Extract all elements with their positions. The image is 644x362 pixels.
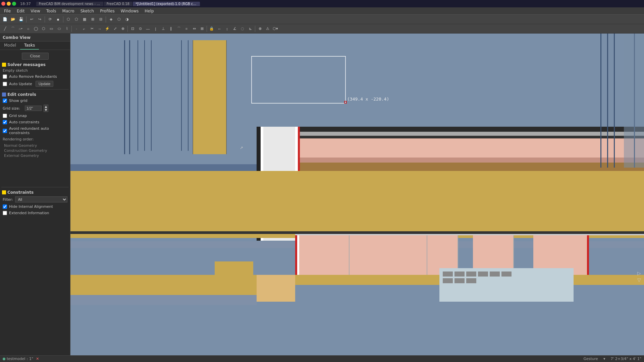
tb-con-hdist[interactable]: ↔ [216, 25, 223, 33]
tb-con-perp[interactable]: ⊥ [160, 25, 167, 33]
grid-size-spinner[interactable]: ▲ ▼ [44, 105, 48, 112]
menu-edit[interactable]: Edit [14, 8, 27, 14]
status-close-icon[interactable]: ✕ [36, 357, 39, 361]
tb-open[interactable]: 📂 [9, 16, 17, 23]
tb-sketch-rect[interactable]: ▭ [48, 25, 55, 33]
tb-ortho[interactable]: ⬡ [65, 16, 72, 23]
tb-sketch-split[interactable]: ⚡ [104, 25, 111, 33]
solver-status: Empty sketch [1, 68, 69, 73]
tb-undo[interactable]: ↩ [28, 16, 35, 23]
rendering-item-normal[interactable]: Normal Geometry [4, 143, 66, 148]
svg-rect-62 [624, 34, 644, 168]
combo-view-header: Combo View [0, 34, 70, 42]
menu-view[interactable]: View [28, 8, 43, 14]
menu-sketch[interactable]: Sketch [78, 8, 97, 14]
tab-freecad-018[interactable]: FreeCAD 0.18 [104, 2, 132, 6]
close-window-button[interactable] [1, 2, 5, 6]
rendering-item-external[interactable]: External Geometry [4, 153, 66, 158]
tb-sketch-point[interactable]: · [73, 25, 80, 33]
menu-help[interactable]: Help [142, 8, 156, 14]
filter-select[interactable]: All [15, 196, 67, 202]
tb-con-v[interactable]: | [152, 25, 159, 33]
tb-con-tangent[interactable]: ⌒ [175, 25, 182, 33]
window-controls[interactable] [1, 2, 16, 6]
tb-sketch-external[interactable]: ⤢ [111, 25, 119, 33]
tb-sketch-bspline[interactable]: ⌇ [63, 25, 70, 33]
menu-macro[interactable]: Macro [59, 8, 77, 14]
tb-toggle-con[interactable]: ⊗ [256, 25, 264, 33]
close-button[interactable]: Close [22, 53, 49, 60]
tb-fit-sel[interactable]: ⊟ [97, 16, 104, 23]
grid-size-row: Grid size: ▲ ▼ [1, 104, 69, 113]
tab-tasks[interactable]: Tasks [20, 42, 39, 50]
tb-sketch-trim[interactable]: ✂ [88, 25, 96, 33]
tb-con-h[interactable]: — [144, 25, 152, 33]
extended-info-checkbox[interactable] [3, 211, 7, 215]
tb-sketch-carbon[interactable]: ⊕ [119, 25, 126, 33]
show-grid-checkbox[interactable] [3, 99, 7, 103]
tb-sketch-circle[interactable]: ○ [24, 25, 32, 33]
auto-constraints-checkbox[interactable] [3, 120, 7, 124]
tb-con-coincident[interactable]: ⊙ [137, 25, 144, 33]
statusbar: testmodel : 1" ✕ Gesture ▾ 7' 2+3/4" x 4… [0, 355, 644, 362]
tb-wireframe[interactable]: ⬡ [115, 16, 123, 23]
tb-tools-menu[interactable]: ⬡▾ [272, 25, 279, 33]
tb-new[interactable]: 📄 [1, 16, 9, 23]
menu-windows[interactable]: Windows [118, 8, 142, 14]
auto-update-checkbox[interactable] [3, 82, 7, 86]
tb-con-radius[interactable]: ◌ [239, 25, 246, 33]
tb-sketch-slot[interactable]: ⬭ [55, 25, 63, 33]
tb-con-equal[interactable]: = [183, 25, 190, 33]
tb-sketch-poly[interactable]: ⬡ [40, 25, 47, 33]
hide-internal-checkbox[interactable] [3, 204, 7, 209]
tb-fit-all[interactable]: ⊞ [89, 16, 96, 23]
status-gesture-label: Gesture [584, 357, 598, 361]
svg-text:▽: ▽ [637, 277, 641, 283]
avoid-redundant-checkbox[interactable] [3, 129, 7, 133]
tb-sketch-arc[interactable]: ⌒ [9, 25, 16, 33]
spinner-down-icon[interactable]: ▼ [45, 108, 47, 112]
tb-refresh[interactable]: ⟳ [46, 16, 54, 23]
auto-remove-checkbox[interactable] [3, 74, 7, 79]
spinner-up-icon[interactable]: ▲ [45, 105, 47, 108]
tb-draw-style[interactable]: ◈ [107, 16, 115, 23]
tb-con-int[interactable]: ⊾ [247, 25, 254, 33]
rendering-item-construction[interactable]: Construction Geometry [4, 148, 66, 153]
minimize-window-button[interactable] [7, 2, 11, 6]
tb-shadow[interactable]: ◑ [123, 16, 131, 23]
tb-sketch-line[interactable]: ╱ [1, 25, 9, 33]
menu-file[interactable]: File [1, 8, 13, 14]
tb-sketch-ellipse[interactable]: ◯ [32, 25, 40, 33]
tb-save[interactable]: 💾 [17, 16, 25, 23]
tb-redo[interactable]: ↪ [36, 16, 43, 23]
tb-redundant[interactable]: ⚠ [264, 25, 271, 33]
tb-con-lock[interactable]: 🔒 [208, 25, 215, 33]
tb-sketch-extend[interactable]: → [96, 25, 103, 33]
tb-stop[interactable]: ■ [54, 16, 62, 23]
tb-con-symmetric[interactable]: ⇔ [191, 25, 198, 33]
tab-freecad-news[interactable]: FreeCAD BIM development news - Dec... [36, 2, 103, 6]
tab-model[interactable]: Model [0, 42, 20, 50]
tb-persp[interactable]: ⬠ [73, 16, 80, 23]
menu-profiles[interactable]: Profiles [97, 8, 117, 14]
tb-sketch-arc2[interactable]: ⌓▾ [17, 25, 24, 33]
update-button[interactable]: Update [36, 81, 53, 87]
tb-sketch-fillet[interactable]: ⌐ [80, 25, 88, 33]
status-unit: 1" [29, 357, 33, 361]
tb-con-fix[interactable]: ⊡ [129, 25, 136, 33]
tab-untitled1[interactable]: *[Untitled1] (exported)-1.0 (RGB colour … [133, 2, 200, 6]
maximize-window-button[interactable] [12, 2, 16, 6]
tb-con-angle[interactable]: ∠ [231, 25, 238, 33]
viewport[interactable]: ▷ ▽ (349.4 x -220.4) ↗ [70, 34, 644, 355]
menu-tools[interactable]: Tools [44, 8, 59, 14]
svg-rect-2 [144, 34, 145, 151]
grid-snap-checkbox[interactable] [3, 114, 7, 118]
tb-sep-2 [45, 16, 45, 22]
solver-messages-header: Solver messages [1, 61, 69, 68]
rendering-order-label: Rendering order: [1, 136, 69, 142]
grid-size-input[interactable] [25, 106, 42, 111]
tb-views[interactable]: ▦ [81, 16, 88, 23]
tb-con-block[interactable]: ⊞ [198, 25, 206, 33]
tb-con-vdist[interactable]: ↕ [223, 25, 231, 33]
tb-con-para[interactable]: ∥ [167, 25, 175, 33]
